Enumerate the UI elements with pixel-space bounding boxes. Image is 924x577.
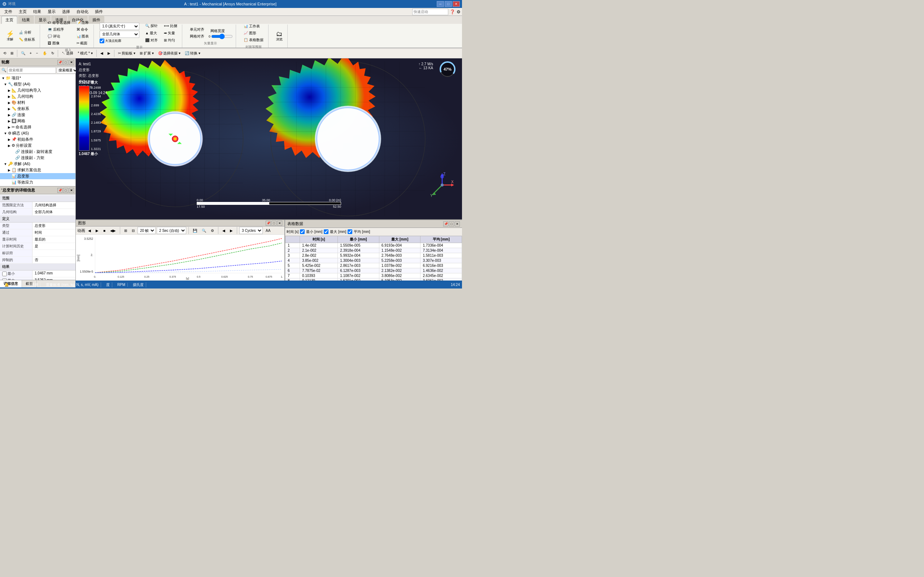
mode-dropdown-button[interactable]: * 模式 * ▾ (76, 49, 94, 57)
frames-select[interactable]: 20 帧 (137, 227, 155, 234)
col-header-time[interactable]: 时间 [s] (300, 236, 338, 243)
select-mode-button[interactable]: ↖ 选择 (60, 49, 76, 57)
col-min-checkbox[interactable] (300, 229, 305, 234)
table-pin-button[interactable]: 📌 (443, 221, 448, 226)
probe-button[interactable]: 🔍 探针 (143, 23, 160, 29)
prev-frame-button[interactable]: ◀ (99, 49, 105, 57)
tree-item-model[interactable]: ▼ 🔧 模型 (A4) (0, 81, 76, 87)
anim-loop-button[interactable]: ◀▶ (108, 226, 118, 234)
tree-expand-mesh[interactable]: ▶ (7, 119, 11, 123)
col-header-max[interactable]: 最大 [mm] (379, 236, 420, 243)
tab-home[interactable]: 主页 (2, 16, 17, 24)
rename-button[interactable]: 🏷 命令名选择 (46, 19, 72, 26)
time-select[interactable]: 2 Sec (自动) (157, 227, 186, 234)
transform-button[interactable]: 🔄 转换 ▾ (183, 49, 202, 57)
tree-item-solve[interactable]: ▼ 🔑 求解 (A6) (0, 161, 76, 167)
tree-pin-button[interactable]: 📌 (57, 60, 63, 65)
next-chart-btn[interactable]: ▶ (228, 226, 234, 234)
tree-expand-named-sel[interactable]: ▶ (7, 126, 11, 129)
tab-results[interactable]: 结果 (18, 16, 34, 24)
tree-expand-coords[interactable]: ▶ (7, 107, 11, 111)
prev-chart-btn[interactable]: ◀ (221, 226, 227, 234)
tree-item-coords[interactable]: ▶ 📏 坐标系 (0, 106, 76, 112)
contour-button[interactable]: 📊 工作表 (242, 23, 265, 29)
compare-button[interactable]: ⟺ 比侧 (162, 23, 179, 29)
tree-item-geo-import[interactable]: ▶ 📐 几何结构导入 (0, 87, 76, 93)
fit-button[interactable]: ⊞ (9, 49, 15, 57)
tree-expand-analysis[interactable]: ▶ (7, 144, 11, 148)
help-icon[interactable]: ❓ (450, 10, 455, 15)
maximize-button[interactable]: □ (445, 1, 452, 7)
chart-settings-btn[interactable]: ⚙ (209, 226, 216, 234)
minimize-button[interactable]: ─ (437, 1, 444, 7)
chart-float-button[interactable]: □ (271, 221, 276, 226)
browse-button[interactable]: 🗂 浏览 (274, 29, 284, 43)
tree-item-conn-torque[interactable]: 🔗 连接副 - 力矩 (0, 155, 76, 161)
rotate-button[interactable]: ↻ (50, 49, 56, 57)
tree-expand-model[interactable]: ▼ (3, 82, 7, 86)
col-header-min[interactable]: 最小 [mm] (338, 236, 380, 243)
command2-button[interactable]: ⌘ 命令 (75, 26, 91, 33)
tree-item-total-deform[interactable]: 📊 总变形 (0, 173, 76, 179)
menu-select[interactable]: 选择 (59, 8, 73, 15)
settings-icon[interactable]: ⚙ (457, 10, 460, 15)
cycles-select[interactable]: 3 Cycles (239, 227, 263, 234)
vector-button[interactable]: ➡ 矢量 (162, 30, 179, 36)
coord-button[interactable]: 📏 坐标系 (17, 36, 37, 43)
tree-item-equiv-stress[interactable]: 📊 等效应力 (0, 179, 76, 185)
image-button[interactable]: 🖼 图像 (46, 40, 72, 47)
chart2-button[interactable]: 📈 图形 (242, 30, 265, 36)
tree-float-button[interactable]: □ (63, 60, 68, 65)
tree-expand-geo-import[interactable]: ▶ (7, 89, 11, 92)
note-button[interactable]: 📝 注释 (75, 19, 91, 26)
align-button[interactable]: ⬛ 对齐 (143, 37, 160, 44)
chart-pin-button[interactable]: 📌 (266, 221, 271, 226)
zoom-chart-btn[interactable]: 🔍 (200, 226, 208, 234)
tree-item-init-cond[interactable]: ▶ 📌 初始条件 (0, 136, 76, 142)
tree-expand-project[interactable]: ▼ (2, 76, 5, 80)
tree-expand-solve[interactable]: ▼ (3, 162, 7, 166)
grid-button[interactable]: ⊞ 均匀 (162, 37, 179, 44)
detail-pin-button[interactable]: 📌 (57, 188, 63, 193)
quick-search-input[interactable] (412, 9, 448, 15)
col-avg-checkbox[interactable] (347, 229, 352, 234)
tree-item-solve-info[interactable]: ▶ 📋 求解方案信息 (0, 167, 76, 173)
analysis-button[interactable]: 🔬 分析 (17, 29, 37, 36)
section-button[interactable]: ✂ 截面 (75, 40, 91, 47)
table-button[interactable]: 📋 表格数据 (242, 37, 265, 43)
tree-item-material[interactable]: ▶ 🎨 材料 (0, 100, 76, 106)
detail-float-button[interactable]: □ (63, 188, 68, 193)
tree-item-analysis[interactable]: ▶ ⚙ 分析设置 (0, 142, 76, 148)
anim-prev-button[interactable]: ◀ (86, 226, 93, 234)
tree-item-geo[interactable]: ▶ 📐 几何结构 (0, 93, 76, 100)
menu-file[interactable]: 文件 (2, 8, 15, 15)
tree-expand-geo[interactable]: ▶ (7, 95, 11, 98)
col-max-checkbox[interactable] (324, 229, 328, 234)
node-align-button[interactable]: 网格对齐 (188, 33, 206, 40)
selection-dep-button[interactable]: 🎯 选择依据 ▾ (156, 49, 183, 57)
zoom-in-button[interactable]: + (28, 49, 34, 57)
search-filter-dropdown[interactable]: 搜索概要 (57, 67, 78, 74)
solve-button[interactable]: ⚡ 求解 (4, 29, 16, 43)
menu-automate[interactable]: 自动化 (74, 8, 91, 15)
tree-expand-transient[interactable]: ▼ (3, 132, 7, 135)
min-checkbox[interactable] (2, 272, 7, 276)
vertex-checkbox[interactable] (100, 39, 104, 43)
tree-expand-solve-info[interactable]: ▶ (7, 168, 11, 172)
cut-button[interactable]: ✂ 剪贴板 ▾ (116, 49, 137, 57)
scale-dropdown[interactable]: 1.0 (真实尺寸) (100, 23, 139, 30)
close-button[interactable]: ✕ (452, 1, 460, 7)
tree-item-conn-rot[interactable]: 🔗 连接副 - 旋转速度 (0, 148, 76, 155)
table-float-button[interactable]: □ (449, 221, 454, 226)
menu-home[interactable]: 主页 (16, 8, 30, 15)
detail-close-button[interactable]: ✕ (69, 188, 74, 193)
tree-item-mesh[interactable]: ▶ 🔲 网格 (0, 118, 76, 124)
next-frame-button[interactable]: ▶ (106, 49, 112, 57)
reset-button[interactable]: ⟲ (2, 49, 8, 57)
tree-close-button[interactable]: ✕ (69, 60, 74, 65)
table-close-button[interactable]: ✕ (455, 221, 460, 226)
menu-results[interactable]: 结果 (30, 8, 44, 15)
tree-expand-material[interactable]: ▶ (7, 101, 11, 105)
tree-item-transient[interactable]: ▼ ⚙ 瞬态 (A5) (0, 130, 76, 136)
chart-close-button[interactable]: ✕ (277, 221, 282, 226)
